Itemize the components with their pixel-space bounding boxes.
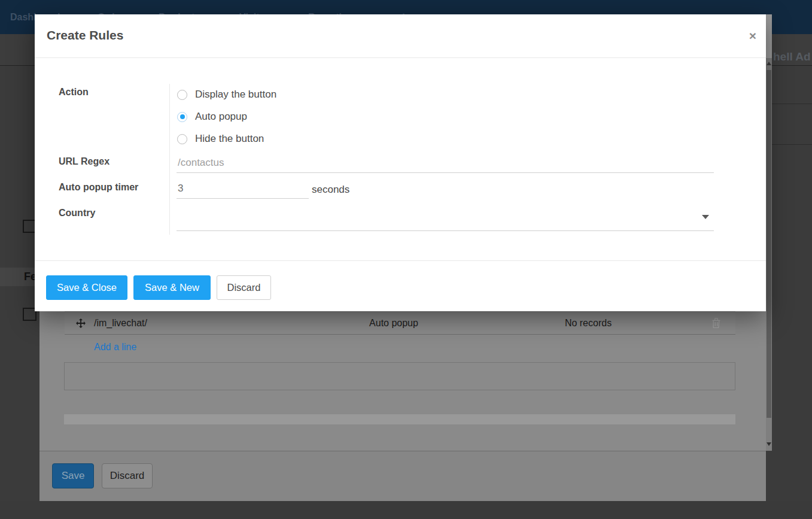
timer-label: Auto popup timer bbox=[59, 182, 138, 193]
scroll-down-arrow-icon[interactable] bbox=[767, 442, 771, 446]
scroll-up-arrow-icon[interactable] bbox=[767, 62, 771, 65]
radio-option-1[interactable]: Auto popup bbox=[177, 110, 247, 124]
discard-button[interactable]: Discard bbox=[102, 463, 153, 488]
country-label: Country bbox=[59, 208, 95, 218]
create-rules-modal: Create Rules × Action Display the button… bbox=[35, 14, 766, 311]
field-separator bbox=[169, 84, 170, 235]
chevron-down-icon bbox=[702, 215, 709, 219]
row-url-regex: /im_livechat/ bbox=[94, 312, 147, 334]
add-line-link[interactable]: Add a line bbox=[94, 342, 136, 353]
url-regex-label: URL Regex bbox=[59, 156, 110, 167]
save-and-new-button[interactable]: Save & New bbox=[133, 275, 211, 300]
scrollbar-thumb[interactable] bbox=[767, 70, 771, 418]
discard-button[interactable]: Discard bbox=[217, 275, 271, 300]
radio-icon bbox=[177, 134, 187, 144]
delete-row-button[interactable] bbox=[712, 312, 720, 334]
close-icon: × bbox=[749, 29, 756, 43]
background-footer: Save Discard bbox=[39, 451, 766, 501]
save-button[interactable]: Save bbox=[52, 463, 94, 488]
table-row[interactable]: /im_livechat/ Auto popup No records bbox=[65, 311, 735, 335]
empty-table-row bbox=[64, 362, 735, 390]
radio-option-2[interactable]: Hide the button bbox=[177, 132, 264, 146]
radio-label: Auto popup bbox=[195, 111, 247, 123]
radio-icon bbox=[177, 90, 187, 100]
country-select[interactable] bbox=[177, 205, 714, 231]
radio-label: Display the button bbox=[195, 89, 276, 101]
row-country: No records bbox=[501, 312, 675, 334]
move-icon bbox=[76, 318, 86, 328]
vertical-scrollbar[interactable] bbox=[766, 14, 772, 451]
modal-title: Create Rules bbox=[47, 28, 123, 43]
screen: Dashboard Orders Products Visitors Repor… bbox=[0, 0, 812, 519]
trash-icon bbox=[712, 318, 720, 328]
close-button[interactable]: × bbox=[743, 26, 762, 45]
row-action: Auto popup bbox=[304, 312, 483, 334]
radio-label: Hide the button bbox=[195, 133, 264, 145]
url-regex-input[interactable] bbox=[177, 157, 714, 173]
auto-popup-timer-input[interactable] bbox=[177, 183, 309, 199]
modal-footer: Save & Close Save & New Discard bbox=[35, 260, 766, 311]
modal-header: Create Rules × bbox=[35, 14, 766, 58]
save-and-close-button[interactable]: Save & Close bbox=[46, 275, 127, 300]
timer-suffix: seconds bbox=[312, 184, 349, 196]
page-bottom bbox=[0, 501, 812, 519]
divider bbox=[772, 144, 812, 145]
divider bbox=[772, 104, 812, 104]
drag-handle[interactable] bbox=[76, 312, 86, 334]
radio-option-0[interactable]: Display the button bbox=[177, 87, 276, 102]
action-label: Action bbox=[59, 87, 89, 98]
scrollbar-track bbox=[766, 14, 772, 58]
radio-icon bbox=[177, 112, 187, 122]
highlight-band bbox=[64, 414, 735, 424]
user-name-fragment: hell Ad bbox=[773, 50, 812, 63]
